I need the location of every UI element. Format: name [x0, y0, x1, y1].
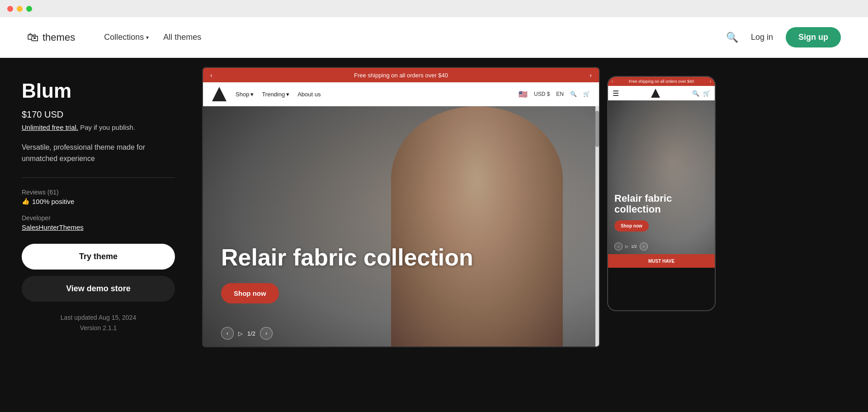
- trending-chevron: ▾: [286, 91, 289, 98]
- mobile-slider-controls: ‹ ▷ 1/2 ›: [614, 242, 648, 251]
- sidebar-footer: Last updated Aug 15, 2024 Version 2.1.1: [22, 313, 175, 334]
- preview-nav: Shop ▾ Trending ▾ About us 🇺🇸 USD $ EN 🔍…: [203, 82, 599, 106]
- mobile-hero: Relair fabric collection Shop now ‹ ▷ 1/…: [608, 100, 715, 254]
- shopify-bag-icon: 🛍: [27, 30, 39, 44]
- all-themes-link[interactable]: All themes: [163, 33, 201, 42]
- developer-section: Developer SalesHunterThemes: [22, 214, 175, 231]
- flag-icon: 🇺🇸: [519, 90, 528, 99]
- mobile-bottom-label: MUST HAVE: [648, 259, 675, 264]
- title-bar: [0, 0, 868, 17]
- reviews-score-text: 100% positive: [32, 198, 74, 205]
- sidebar-divider: [22, 177, 175, 178]
- free-trial-line: Unlimited free trial. Pay if you publish…: [22, 123, 175, 131]
- mobile-announcement-text: Free shipping on all orders over $40: [629, 79, 694, 84]
- trending-nav-item[interactable]: Trending ▾: [262, 91, 289, 98]
- last-updated: Last updated Aug 15, 2024: [22, 313, 175, 323]
- signup-button[interactable]: Sign up: [786, 27, 841, 47]
- next-arrow-icon[interactable]: ›: [586, 71, 595, 79]
- slide-counter: 1/2: [247, 330, 255, 337]
- navbar-right: 🔍 Log in Sign up: [726, 27, 841, 47]
- slider-prev-button[interactable]: ‹: [221, 327, 234, 340]
- reviews-section: Reviews (61) 👍 100% positive: [22, 189, 175, 205]
- mobile-slider-next[interactable]: ›: [640, 242, 648, 251]
- developer-label: Developer: [22, 214, 175, 222]
- preview-scrollbar[interactable]: [595, 106, 599, 347]
- theme-name: Blum: [22, 80, 175, 102]
- language-label[interactable]: EN: [556, 91, 564, 97]
- try-theme-button[interactable]: Try theme: [22, 244, 175, 270]
- free-trial-suffix: Pay if you publish.: [80, 123, 135, 131]
- mobile-nav-right: 🔍 🛒: [692, 90, 710, 97]
- about-nav-item[interactable]: About us: [297, 91, 321, 98]
- preview-cart-icon[interactable]: 🛒: [583, 91, 590, 97]
- shop-nav-item[interactable]: Shop ▾: [236, 91, 254, 98]
- preview-announcement: ‹ Free shipping on all orders over $40 ›: [203, 68, 599, 82]
- maximize-button[interactable]: [26, 6, 32, 12]
- play-icon[interactable]: ▷: [238, 330, 243, 337]
- mobile-slider-prev[interactable]: ‹: [614, 242, 623, 251]
- main-content: Blum $170 USD Unlimited free trial. Pay …: [0, 58, 868, 412]
- preview-nav-right: 🇺🇸 USD $ EN 🔍 🛒: [519, 90, 590, 99]
- minimize-button[interactable]: [17, 6, 23, 12]
- scrollbar-thumb: [595, 111, 599, 147]
- currency-label[interactable]: USD $: [534, 91, 550, 97]
- desktop-preview: ‹ Free shipping on all orders over $40 ›…: [202, 67, 600, 347]
- preview-hero: Relair fabric collection Shop now ‹ ▷ 1/…: [203, 106, 599, 347]
- navbar-links: Collections ▾ All themes: [104, 33, 201, 42]
- mobile-cart-icon[interactable]: 🛒: [703, 90, 710, 97]
- chevron-down-icon: ▾: [146, 34, 149, 41]
- thumbs-up-icon: 👍: [22, 198, 29, 205]
- view-demo-button[interactable]: View demo store: [22, 276, 175, 302]
- shop-chevron: ▾: [250, 91, 254, 98]
- hero-person-image: [391, 106, 563, 347]
- mobile-slide-counter: 1/2: [631, 244, 637, 249]
- mobile-announcement: ‹ Free shipping on all orders over $40 ›: [608, 77, 715, 86]
- brand-name: themes: [42, 32, 75, 43]
- slider-next-button[interactable]: ›: [260, 327, 273, 340]
- preview-logo-icon: [212, 87, 226, 101]
- sidebar-buttons: Try theme View demo store: [22, 244, 175, 302]
- slider-controls: ‹ ▷ 1/2 ›: [221, 327, 273, 340]
- mobile-shop-now-button[interactable]: Shop now: [614, 220, 649, 232]
- mobile-logo-icon: [651, 89, 660, 98]
- developer-name[interactable]: SalesHunterThemes: [22, 223, 175, 231]
- hero-title: Relair fabric collection: [221, 245, 473, 270]
- close-button[interactable]: [7, 6, 13, 12]
- theme-price: $170 USD: [22, 109, 175, 120]
- collections-link[interactable]: Collections ▾: [104, 33, 149, 42]
- navbar: 🛍 themes Collections ▾ All themes 🔍 Log …: [0, 17, 868, 58]
- mobile-prev-arrow[interactable]: ‹: [612, 79, 613, 84]
- mobile-play-icon[interactable]: ▷: [625, 244, 628, 249]
- mobile-search-icon[interactable]: 🔍: [692, 90, 699, 97]
- sidebar: Blum $170 USD Unlimited free trial. Pay …: [0, 58, 197, 412]
- mobile-hero-text: Relair fabric collection Shop now: [614, 193, 715, 232]
- collections-label: Collections: [104, 33, 144, 42]
- mobile-hero-title: Relair fabric collection: [614, 193, 715, 215]
- mobile-next-arrow[interactable]: ›: [710, 79, 711, 84]
- all-themes-label: All themes: [163, 33, 201, 42]
- hero-text: Relair fabric collection Shop now: [221, 245, 473, 303]
- theme-description: Versatile, professional theme made for u…: [22, 142, 175, 165]
- login-link[interactable]: Log in: [751, 33, 773, 42]
- mobile-menu-icon[interactable]: ☰: [613, 89, 619, 98]
- logo-link[interactable]: 🛍 themes: [27, 30, 75, 44]
- preview-search-icon[interactable]: 🔍: [570, 91, 577, 97]
- free-trial-link[interactable]: Unlimited free trial.: [22, 123, 78, 131]
- reviews-score: 👍 100% positive: [22, 198, 175, 205]
- mobile-nav: ☰ 🔍 🛒: [608, 86, 715, 100]
- version: Version 2.1.1: [22, 323, 175, 334]
- preview-area: ‹ Free shipping on all orders over $40 ›…: [197, 58, 868, 412]
- search-icon[interactable]: 🔍: [726, 32, 738, 43]
- shop-now-button[interactable]: Shop now: [221, 283, 279, 303]
- mobile-preview: ‹ Free shipping on all orders over $40 ›…: [607, 76, 716, 311]
- reviews-label: Reviews (61): [22, 189, 175, 196]
- mobile-bottom-bar: MUST HAVE: [608, 254, 715, 268]
- prev-arrow-icon[interactable]: ‹: [207, 71, 216, 79]
- announcement-text: Free shipping on all orders over $40: [354, 72, 448, 79]
- preview-nav-links: Shop ▾ Trending ▾ About us: [236, 91, 321, 98]
